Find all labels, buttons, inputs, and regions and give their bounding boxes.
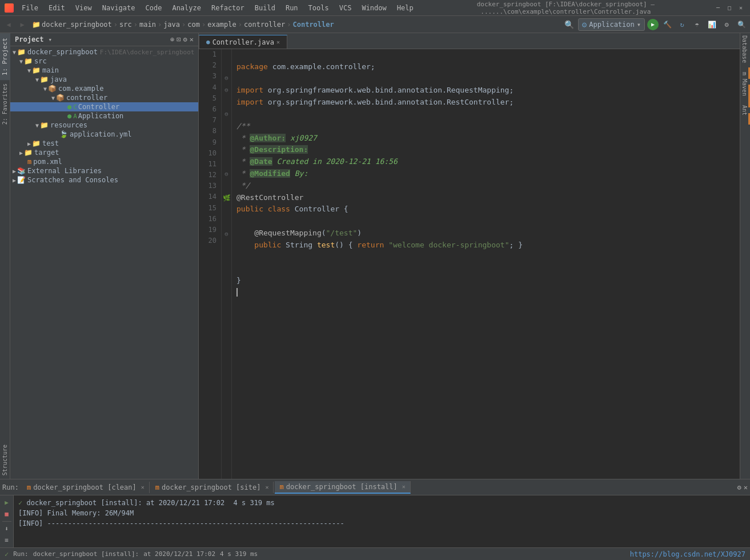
- toolbar-back-icon[interactable]: ◀: [2, 18, 15, 31]
- run-panel-settings-icon[interactable]: ⚙: [737, 483, 741, 491]
- run-controls-separator: [2, 521, 11, 522]
- breadcrumb-main[interactable]: main: [139, 21, 156, 29]
- tree-item-application-yml[interactable]: 🍃 application.yml: [10, 130, 198, 139]
- bottom-panel: Run: m docker_springboot [clean] ✕ m doc…: [0, 479, 750, 547]
- run-restart-button[interactable]: ▶: [2, 498, 12, 508]
- tree-item-resources[interactable]: ▼ 📁 resources: [10, 121, 198, 130]
- project-panel-dropdown[interactable]: ▾: [49, 36, 53, 43]
- menu-tools[interactable]: Tools: [304, 3, 334, 13]
- toolbar-forward-icon[interactable]: ▶: [16, 18, 29, 31]
- tree-arrow-root: ▼: [13, 49, 16, 55]
- maximize-button[interactable]: □: [725, 3, 734, 13]
- search-icon[interactable]: 🔍: [735, 18, 748, 31]
- scroll-indicator-4: [748, 113, 751, 125]
- tree-item-pom[interactable]: m pom.xml: [10, 157, 198, 166]
- sidebar-tab-project[interactable]: 1: Project: [0, 33, 10, 80]
- pom-icon: m: [27, 158, 31, 166]
- tree-item-main[interactable]: ▼ 📁 main: [10, 66, 198, 75]
- menu-code[interactable]: Code: [141, 3, 167, 13]
- run-configuration-dropdown[interactable]: ⚙ Application ▾: [578, 18, 645, 31]
- gutter: ⊖ ⊖ ⊖ ⊖ 🌿 ⊖: [222, 49, 232, 479]
- right-tab-ant[interactable]: Ant: [740, 103, 749, 118]
- run-button[interactable]: ▶: [647, 19, 659, 30]
- close-tab-2-icon[interactable]: ✕: [265, 484, 268, 490]
- tree-item-controller-java[interactable]: ● C Controller: [10, 102, 198, 111]
- right-side-panel: Database m Maven Ant: [740, 33, 750, 479]
- tree-label-main: main: [42, 66, 59, 74]
- close-tab-1-icon[interactable]: ✕: [141, 484, 145, 490]
- run-scroll-icon[interactable]: ⬇: [2, 524, 12, 534]
- sidebar-tab-structure[interactable]: Structure: [0, 441, 10, 479]
- right-tab-database[interactable]: Database: [740, 33, 749, 65]
- project-icon: 📁: [32, 21, 41, 29]
- tree-item-ext-libs[interactable]: ▶ 📚 External Libraries: [10, 166, 198, 175]
- menu-vcs[interactable]: VCS: [335, 3, 356, 13]
- tree-item-com-example[interactable]: ▼ 📦 com.example: [10, 84, 198, 93]
- run-filter-icon[interactable]: ≡: [2, 535, 12, 545]
- close-button[interactable]: ✕: [736, 3, 745, 13]
- editor-tab-controller[interactable]: ● Controller.java ✕: [199, 35, 287, 49]
- tree-item-root[interactable]: ▼ 📁 docker_springboot F:\IDEA\docker_spr…: [10, 47, 198, 57]
- menu-view[interactable]: View: [71, 3, 97, 13]
- tree-item-target[interactable]: ▶ 📁 target: [10, 148, 198, 157]
- close-tab-3-icon[interactable]: ✕: [402, 483, 406, 490]
- breadcrumb-file[interactable]: Controller: [292, 21, 334, 29]
- coverage-icon[interactable]: ☂: [691, 18, 703, 31]
- tab-close-icon[interactable]: ✕: [276, 39, 280, 45]
- profiler-icon[interactable]: 📊: [705, 18, 718, 31]
- tree-item-test[interactable]: ▶ 📁 test: [10, 139, 198, 148]
- title-bar: File Edit View Navigate Code Analyze Ref…: [0, 0, 750, 16]
- project-header-sync-icon[interactable]: ⊕: [170, 35, 174, 43]
- tree-item-scratches[interactable]: ▶ 📝 Scratches and Consoles: [10, 175, 198, 185]
- menu-build[interactable]: Build: [250, 3, 280, 13]
- project-header-scroll-icon[interactable]: ⊡: [177, 35, 181, 43]
- breadcrumb-java[interactable]: java: [163, 21, 180, 29]
- menu-file[interactable]: File: [17, 3, 43, 13]
- tree-arrow-ext: ▶: [13, 168, 16, 174]
- tree-arrow-java: ▼: [35, 77, 39, 83]
- scroll-indicator-3: [748, 96, 751, 107]
- run-output-final-memory: [INFO] Final Memory: 26M/94M: [18, 508, 745, 518]
- tree-item-src[interactable]: ▼ 📁 src: [10, 57, 198, 66]
- search-everywhere-icon[interactable]: 🔍: [563, 18, 576, 31]
- sidebar-tab-favorites[interactable]: 2: Favorites: [0, 80, 10, 128]
- run-status-name: docker_springboot [install]:: [26, 499, 142, 507]
- run-stop-button[interactable]: ■: [2, 509, 12, 519]
- project-header-close-icon[interactable]: ✕: [190, 35, 194, 43]
- run-controls: ▶ ■ ⬇ ≡: [0, 495, 14, 547]
- build-icon[interactable]: 🔨: [661, 18, 673, 31]
- breadcrumb-controller[interactable]: controller: [244, 21, 285, 29]
- yaml-icon: 🍃: [59, 130, 68, 138]
- settings-icon[interactable]: ⚙: [720, 18, 733, 31]
- breadcrumb-src[interactable]: src: [119, 21, 132, 29]
- run-tab-install[interactable]: m docker_springboot [install] ✕: [275, 481, 410, 494]
- breadcrumb-project[interactable]: docker_springboot: [42, 21, 112, 29]
- menu-refactor[interactable]: Refactor: [207, 3, 249, 13]
- run-tabs-bar: Run: m docker_springboot [clean] ✕ m doc…: [0, 479, 750, 495]
- project-header-settings-icon[interactable]: ⚙: [183, 35, 187, 43]
- menu-navigate[interactable]: Navigate: [98, 3, 140, 13]
- menu-edit[interactable]: Edit: [44, 3, 70, 13]
- menu-analyze[interactable]: Analyze: [167, 3, 206, 13]
- menu-window[interactable]: Window: [357, 3, 391, 13]
- menu-run[interactable]: Run: [281, 3, 303, 13]
- code-editor[interactable]: 1 2 3 4 5 6 7 8 9 10 11 12 13 14 15 16 1…: [199, 49, 740, 479]
- main-folder-icon: 📁: [32, 66, 41, 74]
- tree-item-controller-pkg[interactable]: ▼ 📦 controller: [10, 93, 198, 102]
- breadcrumb-example[interactable]: example: [207, 21, 236, 29]
- code-content[interactable]: package com.example.controller; import o…: [232, 49, 740, 479]
- status-blog-link[interactable]: https://blog.csdn.net/XJ0927: [630, 550, 745, 558]
- minimize-button[interactable]: ─: [713, 3, 723, 13]
- breadcrumb-com[interactable]: com: [187, 21, 200, 29]
- menu-help[interactable]: Help: [392, 3, 418, 13]
- run-panel-close-icon[interactable]: ✕: [744, 483, 748, 491]
- right-tab-maven[interactable]: m Maven: [740, 70, 749, 98]
- reload-icon[interactable]: ↻: [676, 18, 688, 31]
- tree-item-application-java[interactable]: ● A Application: [10, 111, 198, 121]
- tree-item-java[interactable]: ▼ 📁 java: [10, 75, 198, 84]
- editor-tabs: ● Controller.java ✕: [199, 33, 740, 49]
- status-success-icon: ✓: [5, 550, 9, 558]
- run-tab-site[interactable]: m docker_springboot [site] ✕: [151, 482, 274, 493]
- tree-label-yaml: application.yml: [70, 130, 131, 138]
- run-tab-clean[interactable]: m docker_springboot [clean] ✕: [22, 482, 150, 493]
